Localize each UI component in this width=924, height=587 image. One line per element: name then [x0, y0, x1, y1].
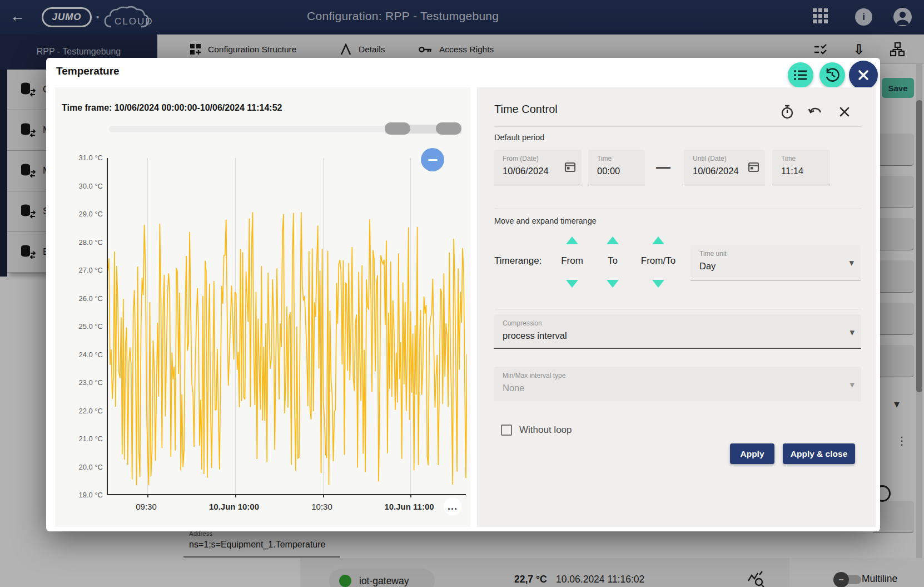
chevron-down-icon: ▾ [849, 257, 854, 269]
y-axis-tick-label: 27.0 °C [78, 266, 103, 274]
time-history-button[interactable] [819, 62, 845, 88]
field-label: Min/Max interval type [503, 372, 565, 379]
modal-title: Temperature [56, 65, 120, 77]
until-time-field[interactable]: Time 11:14 [772, 150, 830, 185]
decrease-fromto-arrow[interactable] [652, 280, 664, 288]
x-axis-tick-label: 10.Jun 11:00 [384, 502, 434, 511]
field-label: Time [781, 155, 796, 162]
range-dash: — [656, 159, 670, 176]
x-axis-tick-label: 10.Jun 10:00 [209, 502, 259, 511]
time-frame-text: Time frame: 10/06/2024 00:00:00-10/06/20… [62, 103, 282, 113]
y-axis-tick-label: 28.0 °C [78, 238, 103, 246]
compression-select[interactable]: Compression process interval ▾ [494, 314, 861, 349]
minus-icon [428, 159, 438, 161]
history-clock-icon [824, 67, 840, 83]
without-loop-label: Without loop [519, 425, 572, 436]
field-value: 10/06/2024 [693, 166, 739, 176]
x-axis-tick-label: 09:30 [136, 502, 157, 511]
move-expand-section-label: Move and expand timerange [494, 216, 597, 225]
undo-icon[interactable] [808, 104, 823, 120]
y-axis-tick-label: 21.0 °C [78, 435, 103, 443]
chart-card: Time frame: 10/06/2024 00:00:00-10/06/20… [55, 87, 470, 527]
y-axis-tick-label: 30.0 °C [78, 182, 103, 190]
divider [494, 309, 861, 309]
timerange-option-fromto: From/To [641, 255, 675, 267]
decrease-to-arrow[interactable] [607, 280, 619, 288]
time-control-title: Time Control [494, 103, 558, 116]
y-axis-labels: 31.0 °C30.0 °C29.0 °C28.0 °C27.0 °C26.0 … [55, 158, 103, 503]
timerange-label: Timerange: [494, 255, 542, 267]
field-label: From (Date) [503, 155, 539, 162]
y-axis-tick-label: 19.0 °C [78, 491, 103, 499]
stopwatch-icon[interactable] [779, 104, 795, 120]
apply-close-button[interactable]: Apply & close [783, 443, 855, 464]
x-axis-tick [410, 494, 411, 497]
from-date-field[interactable]: From (Date) 10/06/2024 [494, 150, 582, 185]
minmax-interval-select[interactable]: Min/Max interval type None ▾ [494, 367, 861, 401]
slider-handle-left[interactable] [385, 122, 410, 135]
close-icon [857, 69, 870, 81]
field-value: 10/06/2024 [503, 166, 549, 176]
increase-fromto-arrow[interactable] [652, 236, 664, 244]
field-label: Time unit [699, 250, 727, 258]
y-axis-tick-label: 20.0 °C [78, 463, 103, 471]
chart-plot-area[interactable] [107, 158, 466, 495]
y-axis-tick-label: 22.0 °C [78, 407, 103, 415]
field-label: Compression [503, 319, 542, 327]
default-period-section-label: Default period [494, 133, 544, 142]
y-axis-tick-label: 26.0 °C [78, 294, 103, 303]
list-icon [793, 68, 808, 82]
field-value: Day [699, 261, 716, 272]
temperature-line-chart [108, 158, 467, 495]
y-axis-tick-label: 23.0 °C [78, 378, 103, 387]
modal-close-button[interactable] [849, 61, 878, 90]
from-time-field[interactable]: Time 00:00 [588, 150, 645, 185]
slider-handle-right[interactable] [436, 122, 461, 135]
divider [494, 209, 861, 209]
app-root: ← JUMO · CLOUD Configuration: RPP - Test… [0, 0, 924, 587]
field-value: None [503, 383, 524, 393]
field-value: 00:00 [597, 166, 620, 176]
x-axis-labels: 09:3010.Jun 10:0010:3010.Jun 11:00 [107, 502, 466, 515]
chevron-down-icon: ▾ [850, 379, 855, 391]
field-label: Time [597, 155, 612, 162]
field-label: Until (Date) [693, 155, 727, 162]
timerange-option-from: From [561, 255, 583, 267]
y-axis-tick-label: 24.0 °C [78, 351, 103, 359]
chevron-down-icon: ▾ [850, 327, 855, 338]
without-loop-checkbox[interactable] [501, 425, 512, 436]
y-axis-tick-label: 25.0 °C [78, 322, 103, 331]
x-axis-tick-label: 10:30 [311, 502, 332, 511]
x-axis-tick [323, 494, 324, 497]
increase-to-arrow[interactable] [607, 236, 619, 244]
time-unit-select[interactable]: Time unit Day ▾ [690, 245, 861, 280]
apply-button[interactable]: Apply [730, 443, 774, 464]
chart-menu-button[interactable]: ... [444, 497, 461, 515]
panel-close-icon[interactable] [837, 104, 852, 120]
divider [494, 126, 861, 127]
until-date-field[interactable]: Until (Date) 10/06/2024 [684, 150, 765, 185]
field-value: 11:14 [781, 166, 803, 176]
temperature-modal: Temperature Time frame: 10/06/2024 00:00… [46, 58, 880, 531]
field-value: process interval [503, 331, 567, 341]
x-axis-tick [147, 494, 148, 497]
y-axis-tick-label: 31.0 °C [78, 154, 103, 162]
timerange-option-to: To [608, 255, 618, 267]
channel-list-button[interactable] [788, 62, 813, 88]
zoom-out-button[interactable] [421, 148, 444, 171]
increase-from-arrow[interactable] [566, 236, 578, 244]
time-control-panel: Time Control Default pe [477, 87, 876, 527]
x-axis-tick [235, 494, 236, 497]
calendar-icon[interactable] [564, 161, 576, 175]
calendar-icon[interactable] [748, 161, 759, 175]
decrease-from-arrow[interactable] [566, 280, 578, 288]
y-axis-tick-label: 29.0 °C [78, 210, 103, 218]
